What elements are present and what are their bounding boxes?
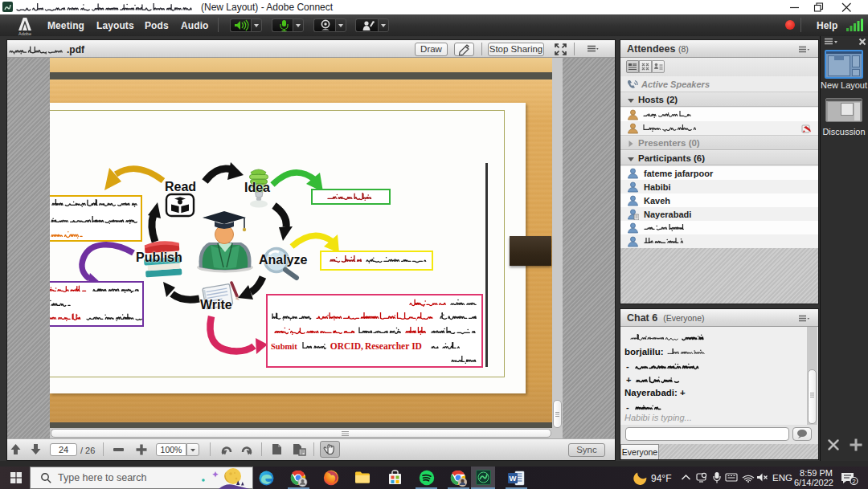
svg-text:2: 2 (852, 478, 856, 485)
svg-text:W: W (510, 474, 517, 483)
svg-text:Adobe: Adobe (18, 31, 31, 36)
